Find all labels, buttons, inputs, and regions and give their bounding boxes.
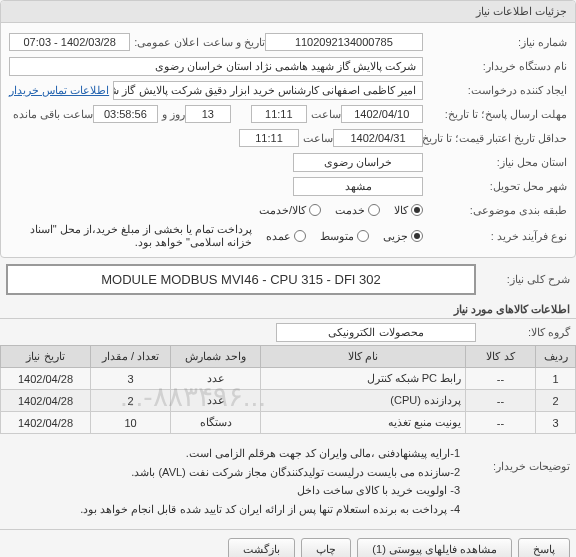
cell-unit: دستگاه — [171, 412, 261, 434]
buyer-value: شرکت پالایش گاز شهید هاشمی نژاد استان خر… — [9, 57, 423, 76]
table-row: 3--یونیت منبع تغذیهدستگاه101402/04/28 — [1, 412, 576, 434]
separator — [0, 318, 576, 319]
delivery-city-value: مشهد — [293, 177, 423, 196]
validity-date: 1402/04/31 — [333, 129, 423, 147]
radio-khadamat-label: خدمت — [335, 204, 365, 217]
cell-code: -- — [466, 368, 536, 390]
radio-omde-label: عمده — [266, 230, 291, 243]
buy-type-label: نوع فرآیند خرید : — [427, 230, 567, 243]
cell-name: یونیت منبع تغذیه — [261, 412, 466, 434]
radio-kala[interactable]: کالا — [394, 204, 423, 217]
cell-date: 1402/04/28 — [1, 412, 91, 434]
radio-motevaset[interactable]: متوسط — [320, 230, 369, 243]
cell-row: 1 — [536, 368, 576, 390]
note-line: 3- اولویت خرید با کالای ساخت داخل — [12, 481, 460, 500]
subject-value: MODULE MODBUS MVI46 - CPU 315 - DFI 302 — [6, 264, 476, 295]
note-line: 4- پرداخت به برنده استعلام تنها پس از ار… — [12, 500, 460, 519]
deadline-time: 11:11 — [251, 105, 306, 123]
panel-title: جزئیات اطلاعات نیاز — [1, 1, 575, 23]
radio-dot-icon — [368, 204, 380, 216]
group-value: محصولات الکترونیکی — [276, 323, 476, 342]
validity-label: حداقل تاریخ اعتبار قیمت؛ تا تاریخ: — [427, 132, 567, 145]
cell-date: 1402/04/28 — [1, 390, 91, 412]
table-row: 2--پردازنده (CPU)عدد21402/04/28 — [1, 390, 576, 412]
cell-name: رابط PC شبکه کنترل — [261, 368, 466, 390]
cell-qty: 3 — [91, 368, 171, 390]
back-button[interactable]: بازگشت — [228, 538, 295, 557]
note-line: 1-ارایه پیشنهادفنی ،مالی وایران کد جهت ه… — [12, 444, 460, 463]
subject-label: شرح کلی نیاز: — [480, 273, 570, 286]
deadline-label: مهلت ارسال پاسخ؛ تا تاریخ: — [427, 108, 567, 121]
radio-dot-icon — [411, 230, 423, 242]
cell-name: پردازنده (CPU) — [261, 390, 466, 412]
th-unit: واحد شمارش — [171, 346, 261, 368]
cell-unit: عدد — [171, 390, 261, 412]
radio-omde[interactable]: عمده — [266, 230, 306, 243]
print-button[interactable]: چاپ — [301, 538, 351, 557]
radio-dot-icon — [411, 204, 423, 216]
buyer-label: نام دستگاه خریدار: — [427, 60, 567, 73]
days-value: 13 — [185, 105, 231, 123]
cell-row: 2 — [536, 390, 576, 412]
th-row: ردیف — [536, 346, 576, 368]
need-number-label: شماره نیاز: — [427, 36, 567, 49]
announce-label: تاریخ و ساعت اعلان عمومی: — [134, 36, 264, 49]
th-qty: تعداد / مقدار — [91, 346, 171, 368]
creator-value: امیر کاظمی اصفهانی کارشناس خرید ابزار دق… — [113, 81, 423, 100]
radio-dot-icon — [309, 204, 321, 216]
radio-dot-icon — [294, 230, 306, 242]
radio-jozei-label: جزیی — [383, 230, 408, 243]
need-place-label: استان محل نیاز: — [427, 156, 567, 169]
table-row: 1--رابط PC شبکه کنترلعدد31402/04/28 — [1, 368, 576, 390]
cell-code: -- — [466, 390, 536, 412]
th-name: نام کالا — [261, 346, 466, 368]
radio-kala-label: کالا — [394, 204, 408, 217]
deadline-date: 1402/04/10 — [341, 105, 423, 123]
radio-kala-khadamat[interactable]: کالا/خدمت — [259, 204, 321, 217]
contact-link[interactable]: اطلاعات تماس خریدار — [9, 84, 109, 97]
radio-dot-icon — [357, 230, 369, 242]
radio-jozei[interactable]: جزیی — [383, 230, 423, 243]
items-section-title: اطلاعات کالاهای مورد نیاز — [0, 303, 570, 316]
days-text: روز و — [162, 108, 185, 121]
need-place-value: خراسان رضوی — [293, 153, 423, 172]
time-label-1: ساعت — [311, 108, 341, 121]
time-label-2: ساعت — [303, 132, 333, 145]
attachments-button[interactable]: مشاهده فایلهای پیوستی (1) — [357, 538, 512, 557]
need-number-value: 1102092134000785 — [265, 33, 423, 51]
th-date: تاریخ نیاز — [1, 346, 91, 368]
cell-code: -- — [466, 412, 536, 434]
buyer-notes: 1-ارایه پیشنهادفنی ،مالی وایران کد جهت ه… — [6, 440, 466, 523]
announce-value: 1402/03/28 - 07:03 — [9, 33, 130, 51]
buyer-notes-label: توضیحات خریدار: — [470, 440, 570, 473]
creator-label: ایجاد کننده درخواست: — [427, 84, 567, 97]
countdown-value: 03:58:56 — [93, 105, 157, 123]
cell-qty: 10 — [91, 412, 171, 434]
radio-kala-khadamat-label: کالا/خدمت — [259, 204, 306, 217]
remain-text: ساعت باقی مانده — [13, 108, 93, 121]
items-table: ردیف کد کالا نام کالا واحد شمارش تعداد /… — [0, 345, 576, 434]
cell-unit: عدد — [171, 368, 261, 390]
cell-row: 3 — [536, 412, 576, 434]
validity-time: 11:11 — [239, 129, 299, 147]
pay-note: پرداخت تمام یا بخشی از مبلغ خرید،از محل … — [9, 223, 252, 249]
cell-date: 1402/04/28 — [1, 368, 91, 390]
th-code: کد کالا — [466, 346, 536, 368]
group-label: گروه کالا: — [480, 326, 570, 339]
note-line: 2-سازنده می بایست درلیست تولیدکنندگان مج… — [12, 463, 460, 482]
separator — [0, 529, 576, 530]
radio-motevaset-label: متوسط — [320, 230, 354, 243]
cell-qty: 2 — [91, 390, 171, 412]
delivery-city-label: شهر محل تحویل: — [427, 180, 567, 193]
radio-khadamat[interactable]: خدمت — [335, 204, 380, 217]
budget-label: طبقه بندی موضوعی: — [427, 204, 567, 217]
reply-button[interactable]: پاسخ — [518, 538, 570, 557]
